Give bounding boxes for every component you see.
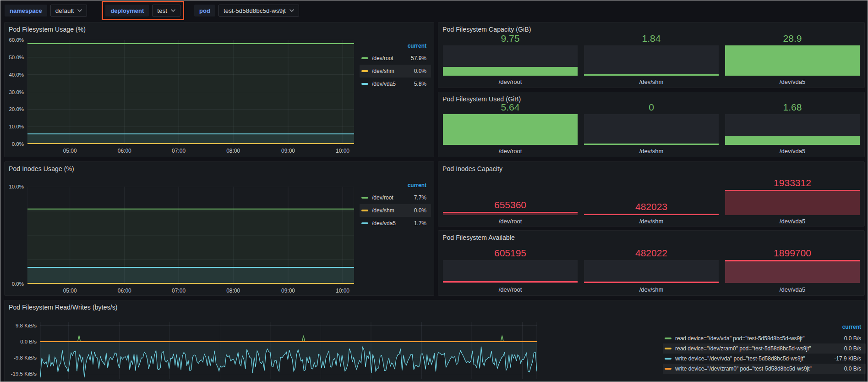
- variable-pod: pod test-5d58d8bc5d-ws9jt: [194, 5, 299, 17]
- time-series-plot[interactable]: [27, 187, 354, 284]
- gauge-bar-fill: [443, 67, 578, 76]
- x-axis-tick-label: 08:00: [226, 288, 240, 294]
- bar-gauge: 1899700/dev/vda5: [725, 231, 860, 295]
- gauge-value: 9.75: [443, 33, 578, 43]
- gauge-value: 655360: [443, 200, 578, 210]
- series-color-marker: [361, 57, 368, 59]
- legend-series-name[interactable]: /dev/vda5: [372, 220, 396, 227]
- variable-pod-dropdown[interactable]: test-5d58d8bc5d-ws9jt: [218, 5, 299, 17]
- chart-body: 60.0%50.0%40.0%30.0%20.0%10.0%0.0%05:000…: [5, 22, 434, 157]
- gauge-track: [584, 114, 719, 145]
- chevron-down-icon: [289, 9, 294, 12]
- chart-body: 9.8 KiB/s0.0 B/s-9.8 KiB/s-19.5 KiB/scur…: [5, 300, 864, 382]
- panel-title[interactable]: Pod Filesystem Capacity (GiB): [442, 26, 531, 33]
- gauge-bar-fill: [725, 260, 860, 283]
- panel-pod-filesystem-capacity: Pod Filesystem Capacity (GiB) 9.75/dev/r…: [438, 22, 865, 88]
- gauge-label: /dev/shm: [584, 78, 719, 85]
- panel-pod-filesystem-read-writes: Pod Filesystem Read/Writes (bytes/s) 9.8…: [4, 300, 865, 382]
- x-axis-tick-label: 07:00: [172, 288, 186, 294]
- gauge-label: /dev/root: [443, 286, 578, 293]
- x-axis-tick-label: 07:00: [172, 148, 186, 154]
- legend-series-name[interactable]: /dev/shm: [372, 207, 394, 214]
- gauge-zone: 482023: [584, 175, 719, 215]
- panel-title[interactable]: Pod Filesystem Used (GiB): [442, 95, 521, 103]
- gauge-label: /dev/shm: [584, 286, 719, 293]
- panel-title[interactable]: Pod Filesystem Available: [442, 234, 515, 241]
- legend-header-current: current: [360, 43, 426, 49]
- legend-row: write device="/dev/zram0" pod="test-5d58…: [663, 364, 866, 374]
- y-axis-tick-label: 20.0%: [5, 106, 24, 112]
- gauge-bar-fill: [443, 212, 578, 215]
- gauge-value: 1933312: [725, 178, 860, 188]
- panel-title[interactable]: Pod Inodes Usage (%): [9, 165, 74, 172]
- panel-pod-filesystem-available: Pod Filesystem Available 605195/dev/root…: [438, 230, 865, 296]
- legend-row: /dev/shm0.0%: [360, 65, 431, 78]
- y-axis-tick-label: 0.0%: [5, 141, 24, 147]
- gauge-value: 28.9: [725, 33, 860, 43]
- y-axis-tick-label: 0.0 B/s: [5, 339, 37, 344]
- variable-deployment-dropdown[interactable]: test: [152, 5, 180, 17]
- legend-series-name[interactable]: /dev/root: [372, 55, 393, 61]
- grafana-dashboard: namespace default deployment test pod te…: [0, 0, 868, 382]
- legend-current-value: 57.9%: [411, 55, 426, 61]
- variable-pod-label: pod: [194, 5, 215, 17]
- gauge-track: [725, 260, 860, 283]
- legend-series-name[interactable]: /dev/root: [372, 194, 393, 201]
- gauge-label: /dev/vda5: [725, 148, 860, 155]
- legend-current-value: 0.0 B/s: [844, 345, 861, 352]
- legend-series-name[interactable]: read device="/dev/vda" pod="test-5d58d8b…: [675, 335, 805, 342]
- gauge-bar-fill: [725, 136, 860, 145]
- panel-title[interactable]: Pod Inodes Capacity: [442, 165, 502, 172]
- bar-gauge: 1.68/dev/vda5: [725, 92, 860, 157]
- series-color-marker: [665, 358, 671, 360]
- bar-gauge: 482023/dev/shm: [584, 162, 719, 226]
- legend-series-name[interactable]: write device="/dev/vda" pod="test-5d58d8…: [675, 355, 805, 362]
- time-series-plot[interactable]: [40, 322, 537, 379]
- x-axis-tick-label: 05:00: [63, 288, 77, 294]
- gauge-track: [443, 260, 578, 283]
- series-color-marker: [361, 210, 368, 211]
- legend-row: write device="/dev/vda" pod="test-5d58d8…: [663, 354, 866, 364]
- series-color-marker: [361, 197, 368, 199]
- gauge-bar-fill: [584, 282, 719, 283]
- panel-title[interactable]: Pod Filesystem Usage (%): [9, 26, 86, 33]
- variable-namespace-label: namespace: [5, 5, 47, 17]
- legend-series-name[interactable]: write device="/dev/zram0" pod="test-5d58…: [675, 365, 812, 372]
- legend-current-value: 5.8%: [414, 81, 426, 87]
- series-color-marker: [665, 368, 671, 370]
- legend-series-name[interactable]: /dev/vda5: [372, 81, 396, 87]
- gauge-label: /dev/root: [443, 148, 578, 155]
- gauge-value: 1.84: [584, 33, 719, 43]
- gauge-value: 605195: [443, 248, 578, 258]
- gauge-value: 482023: [584, 202, 719, 211]
- x-axis-tick-label: 10:00: [336, 288, 349, 294]
- legend-series-name[interactable]: read device="/dev/zram0" pod="test-5d58d…: [675, 345, 811, 352]
- y-axis-tick-label: -9.8 KiB/s: [5, 355, 37, 360]
- gauge-label: /dev/vda5: [725, 78, 860, 85]
- panel-title[interactable]: Pod Filesystem Read/Writes (bytes/s): [9, 304, 118, 311]
- legend-series-name[interactable]: /dev/shm: [372, 68, 394, 74]
- time-series-plot[interactable]: [27, 40, 354, 144]
- x-axis-tick-label: 06:00: [118, 148, 131, 154]
- panel-pod-inodes-capacity: Pod Inodes Capacity 655360/dev/root48202…: [438, 161, 865, 227]
- gauge-track: [443, 114, 578, 145]
- legend-row: read device="/dev/zram0" pod="test-5d58d…: [663, 343, 866, 354]
- chevron-down-icon: [171, 9, 175, 12]
- variable-pod-value: test-5d58d8bc5d-ws9jt: [224, 7, 286, 14]
- x-axis-tick-label: 06:00: [118, 288, 131, 294]
- variable-namespace: namespace default: [5, 5, 87, 17]
- legend-current-value: 1.7%: [414, 220, 426, 227]
- y-axis-tick-label: 60.0%: [5, 37, 24, 43]
- variables-bar: namespace default deployment test pod te…: [5, 4, 317, 17]
- y-axis-tick-label: 9.8 KiB/s: [5, 323, 37, 328]
- bar-gauge: 28.9/dev/vda5: [725, 22, 860, 88]
- gauge-label: /dev/vda5: [725, 218, 860, 225]
- legend-row: /dev/root57.9%: [360, 52, 431, 65]
- gauge-bar-fill: [584, 144, 719, 145]
- chevron-down-icon: [77, 9, 82, 12]
- legend-header-current: current: [663, 324, 861, 330]
- gauge-bar-fill: [725, 190, 860, 215]
- gauge-zone: 1933312: [725, 175, 860, 215]
- y-axis-tick-label: 40.0%: [5, 72, 24, 78]
- variable-namespace-dropdown[interactable]: default: [50, 5, 87, 17]
